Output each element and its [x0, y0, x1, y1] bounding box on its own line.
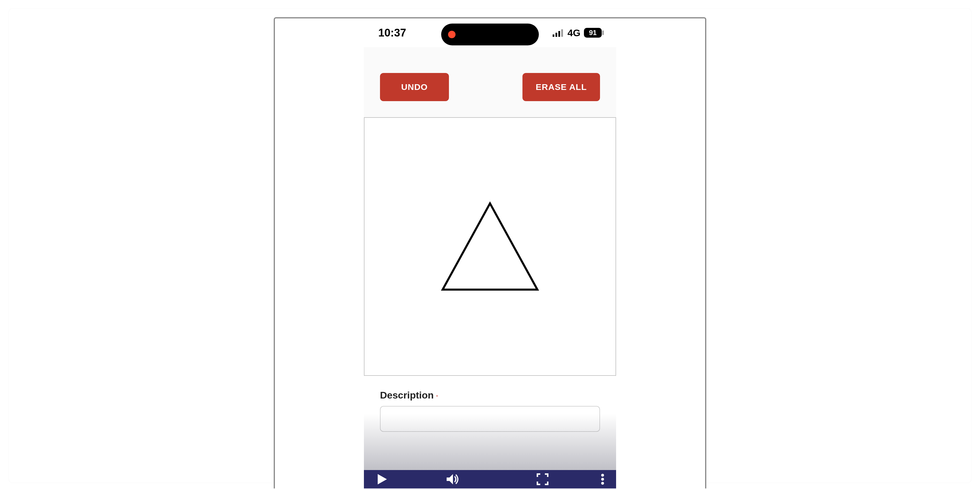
- triangle-shape-icon: [437, 201, 543, 293]
- fullscreen-icon[interactable]: [536, 473, 549, 486]
- required-indicator: *: [436, 395, 438, 399]
- volume-icon[interactable]: [445, 473, 460, 486]
- description-label-row: Description *: [380, 390, 600, 401]
- battery-tip-icon: [602, 30, 604, 35]
- svg-point-7: [601, 474, 604, 477]
- status-time: 10:37: [378, 27, 406, 39]
- svg-marker-6: [447, 474, 453, 484]
- erase-all-button[interactable]: ERASE ALL: [522, 73, 600, 101]
- svg-rect-0: [553, 35, 554, 37]
- video-controls-bar: [364, 470, 616, 488]
- svg-rect-2: [558, 31, 560, 37]
- device-frame: 10:37 4G 91: [274, 17, 706, 488]
- app-content: 10:37 4G 91: [364, 18, 616, 488]
- network-type: 4G: [568, 27, 581, 38]
- drawing-canvas[interactable]: [364, 117, 616, 376]
- svg-rect-3: [561, 29, 563, 37]
- description-input[interactable]: [380, 406, 600, 432]
- svg-marker-4: [442, 204, 538, 290]
- recording-indicator-icon: [448, 31, 455, 38]
- description-section: Description *: [364, 376, 616, 432]
- svg-point-8: [601, 478, 604, 481]
- video-controls-left: [375, 473, 460, 486]
- cellular-signal-icon: [553, 29, 564, 37]
- dynamic-island: [441, 24, 539, 45]
- more-options-icon[interactable]: [601, 473, 605, 486]
- undo-button[interactable]: UNDO: [380, 73, 449, 101]
- battery-icon: 91: [584, 28, 602, 38]
- battery-percent: 91: [589, 29, 597, 37]
- status-right: 4G 91: [553, 27, 602, 38]
- svg-point-9: [601, 482, 604, 485]
- canvas-toolbar: UNDO ERASE ALL: [364, 47, 616, 117]
- status-bar: 10:37 4G 91: [364, 18, 616, 47]
- page-container: 10:37 4G 91: [9, 9, 971, 483]
- svg-rect-1: [555, 33, 557, 37]
- play-icon[interactable]: [375, 473, 388, 486]
- description-label: Description: [380, 390, 434, 400]
- svg-marker-5: [378, 474, 387, 484]
- video-controls-right: [536, 473, 605, 486]
